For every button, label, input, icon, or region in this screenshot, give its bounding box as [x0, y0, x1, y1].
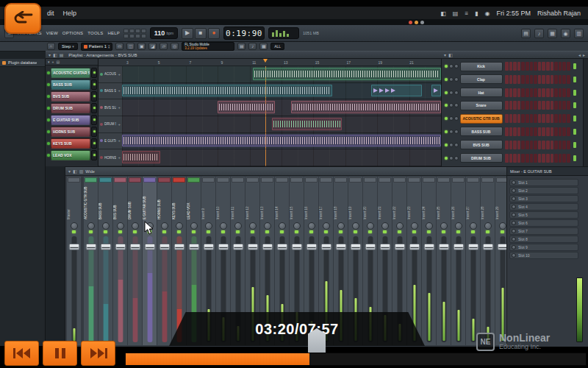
channel-button[interactable]: BVS SUB: [51, 91, 90, 102]
strip-pan-knob[interactable]: [455, 222, 462, 230]
strip-color-tab[interactable]: [261, 177, 273, 183]
step-cell[interactable]: [551, 88, 554, 97]
fx-slot[interactable]: Slot 1: [509, 179, 578, 186]
step-cell[interactable]: [559, 88, 562, 97]
step-cell[interactable]: [513, 88, 517, 97]
add-track-icon[interactable]: +: [118, 155, 121, 160]
channel-picker-row[interactable]: ACOUSTIC GUITAR SUB: [46, 67, 97, 78]
rack-channel-button[interactable]: Hat: [460, 88, 503, 97]
fl-menu-options[interactable]: OPTIONS: [62, 31, 83, 35]
rack-titlebar[interactable]: ▾ ◧ ◂ ▸: [441, 51, 588, 59]
channel-button[interactable]: HORNS SUB: [51, 127, 90, 137]
rack-channel-row[interactable]: DRUM SUB: [443, 152, 588, 164]
playlist-lane[interactable]: [122, 116, 441, 133]
step-cell[interactable]: [546, 75, 550, 84]
step-cell[interactable]: [538, 75, 542, 84]
step-cell[interactable]: [534, 101, 537, 110]
strip-pan-knob[interactable]: [87, 222, 95, 230]
step-cell[interactable]: [538, 141, 542, 149]
step-cell[interactable]: [562, 62, 566, 71]
strip-pan-knob[interactable]: [234, 222, 242, 230]
draw-tool-icon[interactable]: ▭: [115, 43, 123, 50]
fader-handle[interactable]: [188, 244, 199, 250]
step-cell[interactable]: [517, 114, 521, 123]
fader-handle[interactable]: [453, 244, 464, 250]
step-cell[interactable]: [530, 127, 534, 136]
step-cell[interactable]: [551, 114, 554, 123]
pause-button[interactable]: [43, 341, 77, 366]
playlist-lane[interactable]: [122, 149, 441, 166]
step-cell[interactable]: [554, 154, 558, 163]
rack-channel-button[interactable]: ACOUSTIC GTR SUB: [460, 114, 503, 124]
add-track-icon[interactable]: +: [118, 105, 121, 110]
step-cell[interactable]: [562, 101, 566, 110]
pattern-clip[interactable]: [431, 85, 441, 97]
step-cell[interactable]: [521, 88, 525, 97]
pattern-clip[interactable]: [371, 85, 422, 97]
step-cell[interactable]: [534, 141, 537, 149]
playlist-track-name[interactable]: ACOUSTIC GUITAR SUB+: [98, 66, 122, 83]
step-cell[interactable]: [559, 62, 562, 71]
step-cell[interactable]: [513, 62, 517, 71]
status-icon[interactable]: ◧: [440, 10, 446, 17]
step-cell[interactable]: [509, 114, 513, 123]
playlist-lane[interactable]: [122, 133, 441, 150]
slot-mix-knob[interactable]: [512, 253, 516, 258]
menubar-user[interactable]: Rishabh Rajan: [537, 10, 581, 17]
pattern-spinner[interactable]: ▴▾: [108, 44, 110, 49]
fx-slot[interactable]: Slot 8: [509, 236, 578, 243]
detach-icon[interactable]: ▤: [60, 52, 64, 57]
mixer-strip[interactable]: Insert 28: [481, 177, 495, 345]
step-cell[interactable]: [526, 75, 529, 84]
slot-mix-knob[interactable]: [512, 188, 516, 193]
strip-fader[interactable]: [98, 235, 112, 345]
chevron-down-icon[interactable]: ▾: [49, 52, 51, 57]
pan-mini-knob[interactable]: [449, 77, 453, 82]
step-cell[interactable]: [534, 154, 537, 163]
strip-pan-knob[interactable]: [132, 222, 139, 230]
playlist-lanes[interactable]: [122, 66, 441, 166]
channel-button[interactable]: ACOUSTIC GUITAR SUB: [51, 68, 90, 78]
strip-pan-knob[interactable]: [411, 222, 418, 230]
step-grid[interactable]: [505, 75, 570, 84]
step-cell[interactable]: [513, 141, 517, 149]
step-cell[interactable]: [554, 101, 558, 110]
step-cell[interactable]: [567, 62, 570, 71]
step-cell[interactable]: [521, 154, 525, 163]
mixer-strip[interactable]: ACOUSTIC GTR SUB: [84, 177, 98, 345]
typing-keyboard-icon[interactable]: ▦: [259, 43, 268, 50]
strip-color-tab[interactable]: [187, 177, 200, 183]
step-cell[interactable]: [562, 114, 566, 123]
strip-color-tab[interactable]: [143, 177, 156, 183]
step-grid[interactable]: [505, 154, 570, 163]
piano-roll-icon[interactable]: ♪: [534, 29, 544, 38]
channel-mute-led[interactable]: [91, 68, 97, 78]
step-cell[interactable]: [534, 127, 537, 136]
step-cell[interactable]: [554, 141, 558, 149]
channel-picker-row[interactable]: BVS SUB: [46, 91, 97, 102]
strip-color-tab[interactable]: [129, 177, 141, 183]
step-cell[interactable]: [562, 154, 566, 163]
step-cell[interactable]: [542, 114, 545, 123]
volume-mini-knob[interactable]: [454, 116, 459, 121]
fx-slot[interactable]: Slot 2: [509, 187, 578, 194]
step-cell[interactable]: [542, 154, 545, 163]
step-cell[interactable]: [530, 114, 534, 123]
step-cell[interactable]: [509, 88, 513, 97]
strip-color-tab[interactable]: [232, 177, 244, 183]
mixer-layout-icon[interactable]: ◧: [73, 169, 77, 174]
paint-tool-icon[interactable]: ◫: [126, 43, 135, 50]
fx-slot[interactable]: Slot 3: [509, 195, 578, 202]
rack-channel-row[interactable]: Hat: [443, 87, 588, 99]
step-cell[interactable]: [538, 62, 542, 71]
strip-fader[interactable]: [67, 235, 81, 345]
strip-pan-knob[interactable]: [220, 222, 227, 230]
step-cell[interactable]: [517, 88, 521, 97]
fader-handle[interactable]: [467, 244, 478, 250]
step-cell[interactable]: [554, 62, 558, 71]
rack-scrollbar[interactable]: [583, 59, 588, 166]
volume-mini-knob[interactable]: [454, 103, 459, 107]
strip-fader[interactable]: [128, 235, 142, 345]
fader-handle[interactable]: [482, 244, 493, 250]
strip-color-tab[interactable]: [158, 177, 171, 183]
